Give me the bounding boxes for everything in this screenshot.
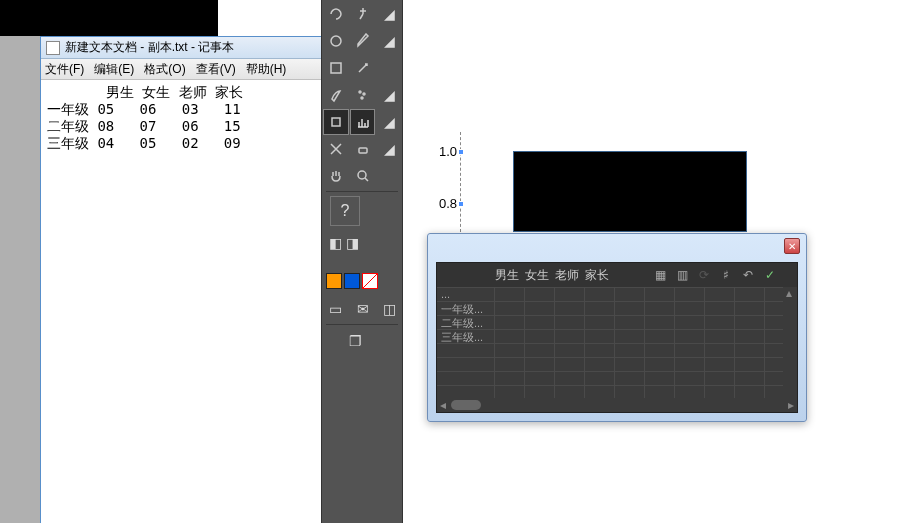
menu-view[interactable]: 查看(V) bbox=[196, 61, 236, 78]
cell[interactable] bbox=[585, 358, 615, 371]
table-row[interactable]: 一年级... bbox=[437, 301, 797, 315]
cell[interactable] bbox=[645, 386, 675, 398]
cell[interactable] bbox=[705, 386, 735, 398]
col-header[interactable]: 家长 bbox=[582, 267, 612, 284]
cell[interactable] bbox=[675, 344, 705, 357]
table-row[interactable] bbox=[437, 343, 797, 357]
cell[interactable] bbox=[495, 330, 525, 343]
cell[interactable] bbox=[705, 302, 735, 315]
vertical-scrollbar[interactable]: ▴ bbox=[783, 287, 797, 398]
cell[interactable] bbox=[495, 372, 525, 385]
cell[interactable] bbox=[495, 288, 525, 301]
cell[interactable] bbox=[735, 372, 765, 385]
panel-undo-icon[interactable]: ↶ bbox=[739, 266, 757, 284]
cell[interactable] bbox=[645, 316, 675, 329]
cell[interactable] bbox=[675, 386, 705, 398]
axis-handle-lower[interactable] bbox=[458, 201, 464, 207]
cell[interactable] bbox=[525, 316, 555, 329]
cell[interactable] bbox=[675, 372, 705, 385]
cell[interactable] bbox=[735, 302, 765, 315]
cell[interactable] bbox=[555, 358, 585, 371]
swatch-blue[interactable] bbox=[344, 273, 360, 289]
panel-cycle-icon[interactable]: ⟳ bbox=[695, 266, 713, 284]
tool-slice-icon[interactable] bbox=[323, 136, 349, 162]
cell[interactable] bbox=[495, 316, 525, 329]
cell[interactable] bbox=[735, 358, 765, 371]
cell[interactable] bbox=[555, 330, 585, 343]
tool-picker-icon[interactable] bbox=[323, 109, 349, 135]
table-row[interactable] bbox=[437, 357, 797, 371]
cell[interactable] bbox=[525, 288, 555, 301]
swatch-fg-icon[interactable]: ◧ bbox=[327, 235, 343, 251]
close-button[interactable]: ✕ bbox=[784, 238, 800, 254]
cell[interactable] bbox=[615, 344, 645, 357]
menu-format[interactable]: 格式(O) bbox=[144, 61, 185, 78]
col-header[interactable]: 老师 bbox=[552, 267, 582, 284]
cell[interactable] bbox=[585, 330, 615, 343]
horizontal-scrollbar[interactable]: ◂▸ bbox=[437, 398, 797, 412]
cell[interactable] bbox=[615, 316, 645, 329]
cell[interactable] bbox=[585, 372, 615, 385]
tool-corner2-icon[interactable]: ◢ bbox=[376, 28, 402, 54]
tool-corner3-icon[interactable]: ◢ bbox=[376, 82, 402, 108]
cell[interactable] bbox=[675, 358, 705, 371]
panel-tool-2-icon[interactable]: ▥ bbox=[673, 266, 691, 284]
data-grid[interactable]: ...一年级...二年级...三年级... bbox=[437, 287, 797, 398]
cell[interactable] bbox=[525, 330, 555, 343]
swatch-bg-icon[interactable]: ◨ bbox=[344, 235, 360, 251]
cell[interactable] bbox=[645, 344, 675, 357]
tool-erase-icon[interactable] bbox=[350, 136, 376, 162]
cell[interactable] bbox=[525, 344, 555, 357]
tool-brush-icon[interactable] bbox=[323, 82, 349, 108]
tool-lasso-icon[interactable] bbox=[323, 1, 349, 27]
cell[interactable] bbox=[705, 316, 735, 329]
tool-hand-icon[interactable] bbox=[323, 163, 349, 189]
cell[interactable] bbox=[645, 358, 675, 371]
cell[interactable] bbox=[705, 344, 735, 357]
swatch-none[interactable] bbox=[362, 273, 378, 289]
col-header[interactable]: 男生 bbox=[492, 267, 522, 284]
cell[interactable] bbox=[705, 330, 735, 343]
cell[interactable] bbox=[615, 358, 645, 371]
cell[interactable] bbox=[525, 372, 555, 385]
notepad-titlebar[interactable]: 新建文本文档 - 副本.txt - 记事本 bbox=[41, 37, 321, 59]
table-row[interactable]: 二年级... bbox=[437, 315, 797, 329]
cell[interactable] bbox=[615, 372, 645, 385]
cell[interactable] bbox=[525, 386, 555, 398]
cell[interactable] bbox=[495, 344, 525, 357]
cell[interactable] bbox=[555, 386, 585, 398]
notepad-body[interactable]: 男生 女生 老师 家长 一年级 05 06 03 11 二年级 08 07 06… bbox=[41, 80, 321, 156]
table-row[interactable]: 三年级... bbox=[437, 329, 797, 343]
tool-palette-icon[interactable] bbox=[323, 28, 349, 54]
cell[interactable] bbox=[735, 316, 765, 329]
cell[interactable] bbox=[705, 288, 735, 301]
screen-mode-icon[interactable]: ▭ bbox=[323, 296, 349, 322]
cell[interactable] bbox=[645, 330, 675, 343]
cell[interactable] bbox=[735, 386, 765, 398]
cell[interactable] bbox=[675, 316, 705, 329]
col-header[interactable]: 女生 bbox=[522, 267, 552, 284]
windows-icon[interactable]: ❐ bbox=[342, 328, 368, 354]
menu-edit[interactable]: 编辑(E) bbox=[94, 61, 134, 78]
cell[interactable] bbox=[495, 386, 525, 398]
cell[interactable] bbox=[615, 302, 645, 315]
cell[interactable] bbox=[705, 358, 735, 371]
cell[interactable] bbox=[495, 358, 525, 371]
cell[interactable] bbox=[675, 302, 705, 315]
table-row[interactable] bbox=[437, 371, 797, 385]
cell[interactable] bbox=[735, 330, 765, 343]
panel-confirm-icon[interactable]: ✓ bbox=[761, 266, 779, 284]
cell[interactable] bbox=[615, 386, 645, 398]
cell[interactable] bbox=[615, 330, 645, 343]
cell[interactable] bbox=[555, 316, 585, 329]
cell[interactable] bbox=[555, 302, 585, 315]
cell[interactable] bbox=[645, 288, 675, 301]
cell[interactable] bbox=[615, 288, 645, 301]
cell[interactable] bbox=[645, 372, 675, 385]
cell[interactable] bbox=[585, 316, 615, 329]
panel-tool-1-icon[interactable]: ▦ bbox=[651, 266, 669, 284]
cell[interactable] bbox=[735, 344, 765, 357]
panel-crop-icon[interactable]: ♯ bbox=[717, 266, 735, 284]
cell[interactable] bbox=[585, 288, 615, 301]
overlay-icon[interactable]: ◫ bbox=[376, 296, 402, 322]
